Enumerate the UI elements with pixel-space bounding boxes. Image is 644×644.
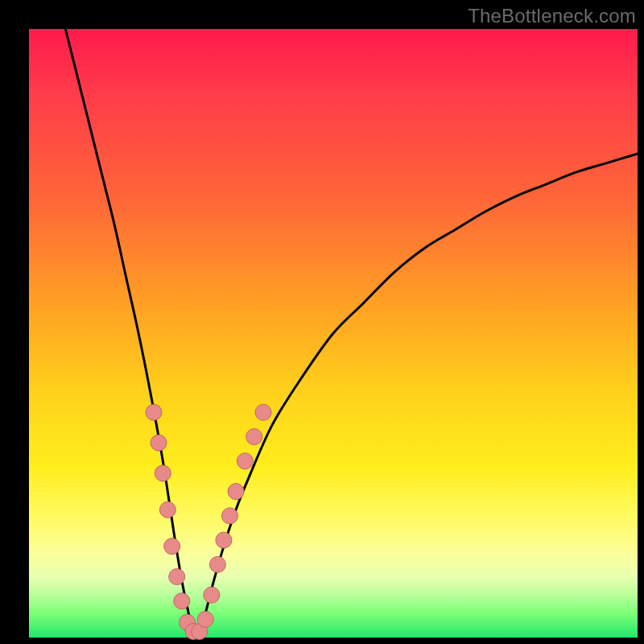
marker-dot <box>164 539 180 555</box>
watermark-text: TheBottleneck.com <box>468 5 636 27</box>
plot-area <box>29 29 638 638</box>
marker-dot <box>204 587 220 603</box>
marker-dot <box>216 532 232 548</box>
marker-dot <box>151 435 167 451</box>
marker-dot <box>246 429 262 445</box>
marker-dot <box>209 556 225 572</box>
chart-frame: TheBottleneck.com <box>0 0 644 644</box>
marker-dot <box>255 404 271 420</box>
marker-dot <box>146 404 162 420</box>
marker-dot <box>159 502 175 518</box>
marker-dot <box>237 453 253 469</box>
marker-dot <box>228 484 244 500</box>
bottleneck-curve <box>65 29 638 634</box>
marker-dot <box>221 508 237 524</box>
marker-dot <box>197 611 213 627</box>
marker-dot <box>174 593 190 609</box>
marker-dot <box>169 568 185 584</box>
curve-layer <box>29 29 638 638</box>
marker-dot <box>155 465 171 481</box>
